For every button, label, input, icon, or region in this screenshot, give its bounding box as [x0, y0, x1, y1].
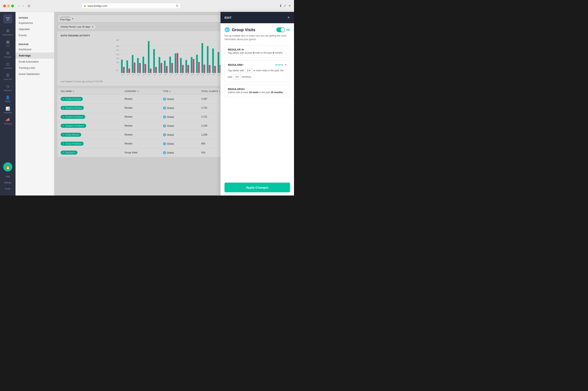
- sidebar-item-reservations[interactable]: ⊞ Reservations: [0, 27, 15, 38]
- nav-item-upgrades[interactable]: Upgrades: [15, 26, 54, 32]
- sync-icon: ↻: [63, 143, 64, 145]
- sort-icon: ⇅: [73, 91, 75, 92]
- activity-dropdown-arrow-icon: ▾: [92, 25, 93, 28]
- tier-name-regular6plus: REGULAR6+: [228, 63, 244, 66]
- sidebar-item-floorplan[interactable]: ⊟ Floorplan: [0, 49, 15, 60]
- sidebar-item-grid[interactable]: ▦ Grid: [0, 38, 15, 49]
- global-icon: 🌐: [163, 124, 166, 127]
- flame-button[interactable]: 🔥: [3, 162, 12, 172]
- sync-icon: ↻: [63, 98, 64, 100]
- sort-icon: ⇅: [169, 91, 171, 92]
- sidebar-item-requests[interactable]: ◷ Requests: [0, 82, 15, 93]
- global-icon: 🌐: [163, 106, 166, 109]
- svg-text:100: 100: [116, 61, 119, 63]
- sidebar-item-label: Clients: [5, 100, 10, 102]
- sidebar-item-clients[interactable]: 👤 Clients: [0, 93, 15, 104]
- svg-rect-45: [177, 53, 178, 73]
- global-icon: 🌐: [163, 115, 166, 118]
- nav-item-events[interactable]: Events: [15, 32, 54, 38]
- url-text: www.fivefigs.com: [87, 4, 107, 7]
- grid-icon: ▦: [6, 40, 9, 44]
- apply-changes-button[interactable]: Apply Changes: [225, 183, 290, 192]
- sidebar-item-guestlist[interactable]: ☰ Guest List: [0, 71, 15, 82]
- tier-header-regular6plus: REGULAR6+ rename ×: [228, 63, 287, 67]
- maximize-window-btn[interactable]: [11, 4, 14, 7]
- sync-icon: ↻: [63, 125, 64, 127]
- tier-card-regular3plus: REGULAR 3+ Tag clients with at least 3 v…: [225, 45, 290, 58]
- svg-text:Aug 8: Aug 8: [159, 73, 162, 76]
- sort-icon: ⇅: [137, 91, 139, 92]
- months-select[interactable]: 3 ▾: [234, 75, 241, 79]
- global-icon: 🌐: [163, 98, 166, 100]
- minimize-window-btn[interactable]: [7, 4, 10, 7]
- nav-panel: OFFERS Experiences Upgrades Events ENGAG…: [15, 12, 54, 196]
- sidebar-toggle-button[interactable]: ⊟: [26, 3, 31, 8]
- svg-rect-44: [171, 63, 173, 73]
- svg-rect-26: [185, 60, 187, 73]
- nav-item-dashboard[interactable]: Dashboard: [15, 46, 54, 52]
- svg-text:Aug 3: Aug 3: [132, 73, 136, 76]
- rename-link[interactable]: rename: [275, 63, 283, 66]
- lock-icon: 🔒: [84, 4, 86, 7]
- toggle-label: ON: [286, 28, 290, 31]
- tag-name-cell: ↻ Group Review: [61, 133, 125, 137]
- address-bar[interactable]: 🔒 www.fivefigs.com ↻: [82, 3, 181, 9]
- sidebar-item-help[interactable]: Help: [0, 174, 15, 179]
- tag-label: Group Review: [65, 133, 79, 136]
- sidebar-item-coverflow[interactable]: ◫ Coverflow: [0, 60, 15, 71]
- close-window-btn[interactable]: [3, 4, 6, 7]
- sidebar-item-settings[interactable]: Settings: [0, 180, 15, 185]
- back-button[interactable]: ‹: [17, 4, 20, 8]
- tag-pill: ↻ Regular3+: [61, 151, 78, 155]
- edit-panel-section-title: 🌐 Group Visits: [225, 27, 255, 32]
- tag-name-cell: ↻ Positive Review: [61, 97, 125, 101]
- type-cell: 🌐Global: [163, 124, 201, 127]
- location-label: LOCATION: [60, 16, 71, 18]
- svg-rect-48: [193, 59, 194, 73]
- forward-button[interactable]: ›: [21, 4, 25, 8]
- type-cell: 🌐Global: [163, 151, 201, 154]
- nav-item-experiences[interactable]: Experiences: [15, 20, 54, 26]
- refresh-button[interactable]: ↻: [176, 4, 178, 8]
- activity-period-text: Activity Period: Last 30 days: [60, 25, 90, 28]
- group-visits-toggle[interactable]: [276, 27, 285, 32]
- nav-item-email-automation[interactable]: Email Automation: [15, 59, 54, 65]
- close-edit-panel-button[interactable]: ×: [287, 15, 290, 20]
- fullscreen-button[interactable]: ⤢: [283, 3, 286, 8]
- tag-label: Group Feedback: [65, 142, 82, 145]
- svg-rect-42: [161, 63, 162, 73]
- sidebar-item-profile[interactable]: Profile: [0, 186, 15, 192]
- tag-name-cell: ↻ Regular3+: [61, 151, 125, 155]
- sidebar-item-reporting[interactable]: 📊 Reporting: [0, 104, 15, 116]
- tier-card-regular6plus: REGULAR6+ rename × Tag clients with 3 ▾ …: [225, 60, 290, 82]
- location-label-text: LOCATION Five Figs: [60, 16, 71, 21]
- sidebar-item-marketing[interactable]: 📣 Marketing: [0, 116, 15, 127]
- new-tab-button[interactable]: +: [288, 3, 291, 8]
- share-button[interactable]: ⬆: [279, 3, 282, 8]
- svg-rect-31: [212, 48, 214, 73]
- edit-panel: EDIT × 🌐 Group Visits ON Set-up multiple…: [221, 12, 294, 196]
- sync-icon: ↻: [63, 134, 64, 136]
- edit-panel-title: EDIT: [225, 16, 232, 19]
- svg-rect-43: [166, 66, 168, 73]
- offers-section-title: OFFERS: [15, 15, 54, 20]
- svg-rect-38: [139, 63, 141, 73]
- nav-item-guest-satisfaction[interactable]: Guest Satisfaction: [15, 71, 54, 77]
- svg-text:Aug 7: Aug 7: [153, 73, 157, 76]
- app-logo[interactable]: ▽: [3, 14, 12, 23]
- visits-select[interactable]: 3 ▾: [245, 68, 252, 73]
- browser-chrome: ‹ › ⊟ 🔒 www.fivefigs.com ↻ ⬆ ⤢ +: [0, 0, 294, 12]
- nav-item-tracking-links[interactable]: Tracking Links: [15, 65, 54, 71]
- svg-rect-39: [145, 64, 146, 73]
- nav-item-auto-tags[interactable]: Auto-tags: [15, 52, 54, 59]
- sort-icon: ⇅: [219, 91, 221, 92]
- col-category: CATEGORY ⇅: [125, 90, 163, 92]
- dropdown-arrow-icon: ▾: [72, 17, 73, 20]
- category-cell: Review: [125, 98, 163, 100]
- tag-name-cell: ↻ Positive Feedback: [61, 115, 125, 119]
- activity-period-dropdown[interactable]: Activity Period: Last 30 days ▾: [57, 24, 96, 30]
- tier-name-regular3plus: REGULAR 3+: [228, 48, 287, 51]
- tier-close-button[interactable]: ×: [285, 63, 287, 67]
- category-cell: Review: [125, 133, 163, 136]
- svg-rect-15: [127, 60, 128, 73]
